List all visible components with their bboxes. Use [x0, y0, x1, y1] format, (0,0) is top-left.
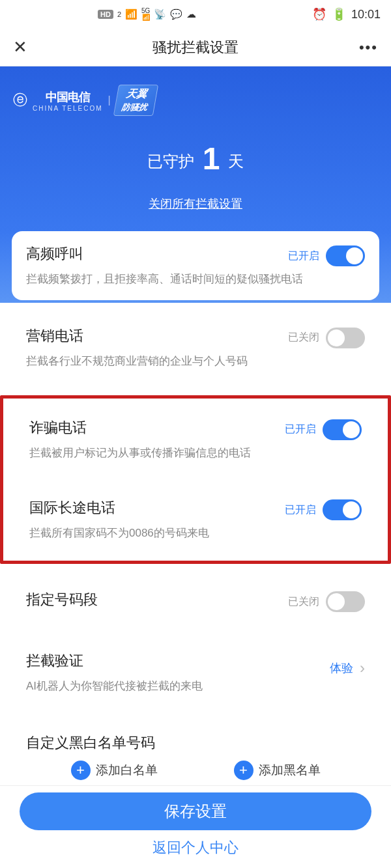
add-blacklist[interactable]: + 添加黑名单 — [234, 761, 321, 780]
plus-icon: + — [71, 761, 91, 780]
status-label: 已开启 — [285, 423, 316, 436]
battery-icon: 🔋 — [332, 7, 346, 21]
status-label: 已开启 — [288, 249, 319, 263]
add-whitelist[interactable]: + 添加白名单 — [71, 761, 158, 780]
bottom-bar: 保存设置 返回个人中心 — [0, 785, 391, 868]
more-icon[interactable]: ••• — [359, 39, 378, 56]
card-marketing: 营销电话 已关闭 拦截各行业不规范商业营销的企业与个人号码 — [12, 313, 379, 382]
telecom-logo-icon: ⓔ — [13, 91, 27, 110]
status-bar: HD 2 📶 5G📶 📡 💬 ☁ ⏰ 🔋 10:01 — [0, 0, 391, 29]
brand-row: ⓔ 中国电信 CHINA TELECOM | 天翼 防骚扰 — [0, 79, 391, 121]
status-label: 已关闭 — [288, 595, 319, 609]
status-label: 已关闭 — [288, 331, 319, 344]
wifi-icon: 📡 — [154, 8, 166, 20]
plus-icon: + — [234, 761, 253, 780]
card-fraud: 诈骗电话 已开启 拦截被用户标记为从事或传播诈骗信息的电话 — [15, 405, 376, 474]
alarm-icon: ⏰ — [312, 7, 326, 21]
close-all-link[interactable]: 关闭所有拦截设置 — [149, 196, 242, 212]
highlight-frame: 诈骗电话 已开启 拦截被用户标记为从事或传播诈骗信息的电话 国际长途电话 已开启… — [0, 395, 391, 565]
card-verify[interactable]: 拦截验证 体验 › AI机器人为你智能代接被拦截的来电 — [12, 638, 379, 707]
settings-list: 高频呼叫 已开启 拦截频繁拨打，且拒接率高、通话时间短的疑似骚扰电话 营销电话 … — [0, 231, 391, 868]
back-link[interactable]: 返回个人中心 — [20, 838, 371, 858]
tianyi-badge: 天翼 防骚扰 — [113, 85, 158, 116]
card-prefix: 指定号码段 已关闭 — [12, 577, 379, 625]
toggle-prefix[interactable] — [326, 591, 365, 612]
close-icon[interactable]: ✕ — [13, 37, 27, 57]
nav-bar: ✕ 骚扰拦截设置 ••• — [0, 29, 391, 66]
save-button[interactable]: 保存设置 — [20, 792, 371, 830]
status-time: 10:01 — [351, 8, 381, 21]
card-high-freq: 高频呼叫 已开启 拦截频繁拨打，且拒接率高、通话时间短的疑似骚扰电话 — [12, 231, 379, 300]
chevron-right-icon: › — [360, 659, 365, 677]
status-label: 已开启 — [285, 503, 316, 517]
toggle-marketing[interactable] — [326, 328, 365, 348]
card-intl: 国际长途电话 已开启 拦截所有国家码不为0086的号码来电 — [15, 485, 376, 554]
bubble-icon: ☁ — [186, 8, 196, 20]
toggle-high-freq[interactable] — [326, 245, 365, 266]
toggle-fraud[interactable] — [323, 419, 362, 440]
guard-days: 已守护 1 天 — [0, 141, 391, 176]
verify-action[interactable]: 体验 — [330, 660, 353, 676]
card-custom-list: 自定义黑白名单号码 + 添加白名单 + 添加黑名单 — [12, 720, 379, 793]
page-title: 骚扰拦截设置 — [152, 38, 239, 57]
sim-icon: 2 — [117, 10, 121, 18]
toggle-intl[interactable] — [323, 499, 362, 520]
signal-icon: 📶 — [125, 8, 138, 20]
chat-icon: 💬 — [170, 8, 182, 20]
